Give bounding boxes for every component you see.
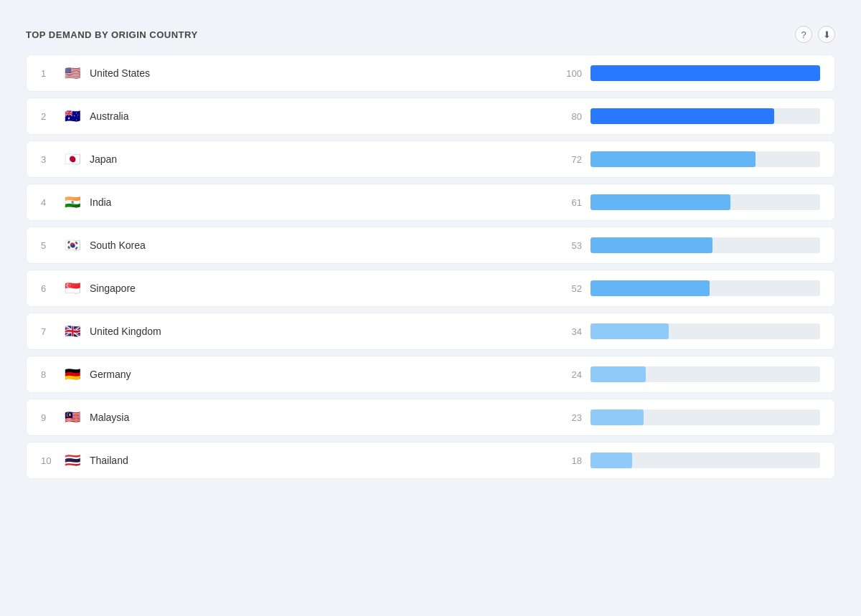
country-name: Japan (90, 153, 556, 165)
country-score: 24 (556, 369, 582, 380)
country-row: 8 🇩🇪 Germany 24 (26, 356, 835, 393)
country-rank: 2 (41, 111, 55, 122)
country-flag: 🇰🇷 (62, 238, 83, 252)
country-score: 52 (556, 283, 582, 294)
country-flag: 🇦🇺 (62, 109, 83, 123)
country-rank: 3 (41, 154, 55, 165)
country-flag: 🇮🇳 (62, 195, 83, 209)
bar-fill (591, 366, 646, 382)
country-row: 5 🇰🇷 South Korea 53 (26, 227, 835, 264)
bar-container (591, 237, 820, 253)
country-name: United States (90, 67, 556, 79)
country-flag: 🇬🇧 (62, 324, 83, 338)
country-rank: 10 (41, 455, 55, 466)
bar-container (591, 194, 820, 210)
country-name: Singapore (90, 283, 556, 294)
country-flag: 🇹🇭 (62, 453, 83, 468)
country-score: 53 (556, 240, 582, 251)
country-rank: 9 (41, 412, 55, 423)
country-flag: 🇸🇬 (62, 281, 83, 295)
country-row: 9 🇲🇾 Malaysia 23 (26, 399, 835, 436)
country-rank: 7 (41, 326, 55, 337)
country-row: 7 🇬🇧 United Kingdom 34 (26, 313, 835, 350)
widget-title: TOP DEMAND BY ORIGIN COUNTRY (26, 29, 198, 40)
bar-fill (591, 409, 644, 425)
bar-fill (591, 151, 756, 167)
bar-container (591, 280, 820, 296)
country-score: 61 (556, 197, 582, 208)
country-row: 4 🇮🇳 India 61 (26, 184, 835, 221)
bar-container (591, 366, 820, 382)
bar-fill (591, 323, 669, 339)
country-name: United Kingdom (90, 326, 556, 337)
bar-container (591, 65, 820, 81)
country-row: 1 🇺🇸 United States 100 (26, 55, 835, 92)
country-row: 3 🇯🇵 Japan 72 (26, 141, 835, 178)
bar-fill (591, 280, 710, 296)
country-name: Malaysia (90, 412, 556, 423)
bar-fill (591, 194, 730, 210)
country-score: 80 (556, 111, 582, 122)
country-name: Germany (90, 369, 556, 380)
country-name: India (90, 196, 556, 208)
country-rank: 5 (41, 240, 55, 251)
country-flag: 🇯🇵 (62, 152, 83, 166)
country-rank: 8 (41, 369, 55, 380)
bar-fill (591, 108, 774, 124)
country-row: 2 🇦🇺 Australia 80 (26, 98, 835, 135)
country-name: Australia (90, 110, 556, 122)
country-score: 23 (556, 412, 582, 423)
bar-fill (591, 452, 632, 468)
countries-list: 1 🇺🇸 United States 100 2 🇦🇺 Australia 80… (26, 55, 835, 479)
bar-container (591, 323, 820, 339)
country-score: 72 (556, 154, 582, 165)
country-score: 100 (556, 68, 582, 79)
country-flag: 🇺🇸 (62, 66, 83, 80)
bar-container (591, 452, 820, 468)
country-row: 10 🇹🇭 Thailand 18 (26, 442, 835, 479)
bar-fill (591, 237, 712, 253)
country-score: 34 (556, 326, 582, 337)
country-rank: 6 (41, 283, 55, 294)
widget-header: TOP DEMAND BY ORIGIN COUNTRY ? ⬇ (26, 26, 835, 43)
header-icons: ? ⬇ (795, 26, 835, 43)
country-flag: 🇩🇪 (62, 367, 83, 382)
bar-fill (591, 65, 820, 81)
country-name: Thailand (90, 455, 556, 466)
widget-container: TOP DEMAND BY ORIGIN COUNTRY ? ⬇ 1 🇺🇸 Un… (14, 14, 847, 496)
country-row: 6 🇸🇬 Singapore 52 (26, 270, 835, 307)
help-icon[interactable]: ? (795, 26, 812, 43)
bar-container (591, 151, 820, 167)
country-rank: 1 (41, 68, 55, 79)
country-name: South Korea (90, 240, 556, 251)
bar-container (591, 409, 820, 425)
download-icon[interactable]: ⬇ (818, 26, 835, 43)
country-score: 18 (556, 455, 582, 466)
country-rank: 4 (41, 197, 55, 208)
country-flag: 🇲🇾 (62, 410, 83, 425)
bar-container (591, 108, 820, 124)
